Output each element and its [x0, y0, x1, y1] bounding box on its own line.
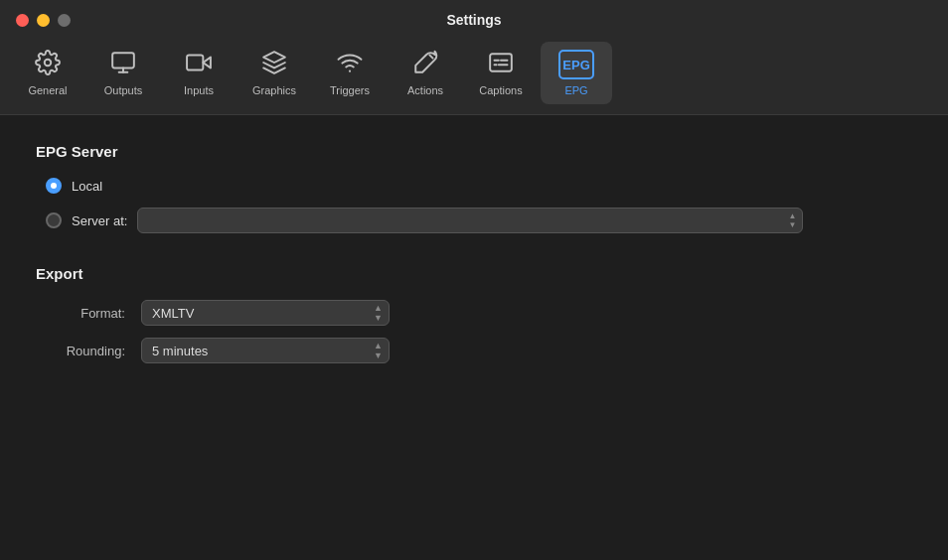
gear-icon [35, 50, 61, 79]
radio-server[interactable] [46, 212, 62, 228]
tab-outputs-label: Outputs [104, 84, 143, 96]
svg-rect-8 [490, 54, 512, 70]
traffic-lights [16, 14, 71, 27]
minimize-button[interactable] [37, 14, 50, 27]
tab-general-label: General [28, 84, 67, 96]
stepper-down-icon[interactable]: ▼ [788, 221, 796, 229]
tab-triggers[interactable]: Triggers [314, 42, 386, 104]
captions-icon [488, 50, 514, 79]
radio-group: Local Server at: ▲ ▼ [46, 178, 912, 233]
tab-general[interactable]: General [12, 42, 83, 104]
tab-inputs[interactable]: Inputs [163, 42, 235, 104]
tab-actions-label: Actions [407, 84, 443, 96]
rounding-label: Rounding: [46, 344, 125, 358]
svg-point-0 [45, 60, 52, 67]
rounding-row: Rounding: 5 minutes ▲ ▼ [46, 338, 912, 363]
radio-local-row[interactable]: Local [46, 178, 912, 194]
maximize-button[interactable] [58, 14, 71, 27]
paintbrush-icon [412, 50, 438, 79]
epg-server-section-title: EPG Server [36, 143, 912, 160]
tab-captions-label: Captions [479, 84, 522, 96]
epg-icon: EPG [558, 50, 594, 79]
format-value: XMLTV [152, 306, 194, 321]
epg-icon-box: EPG [558, 50, 594, 79]
radio-server-row[interactable]: Server at: ▲ ▼ [46, 208, 912, 233]
svg-line-7 [429, 55, 432, 58]
svg-point-6 [349, 70, 351, 72]
svg-rect-1 [112, 53, 134, 68]
format-arrow-down-icon: ▼ [374, 314, 383, 323]
close-button[interactable] [16, 14, 29, 27]
format-label: Format: [46, 306, 125, 321]
server-url-input[interactable]: ▲ ▼ [137, 208, 803, 233]
tab-epg[interactable]: EPG EPG [541, 42, 612, 104]
format-select-arrows: ▲ ▼ [374, 304, 383, 323]
rounding-select-arrows: ▲ ▼ [374, 342, 383, 360]
radio-server-label: Server at: [72, 213, 127, 228]
export-section: Export Format: XMLTV ▲ ▼ Rounding: 5 min… [36, 265, 912, 363]
content-area: EPG Server Local Server at: ▲ ▼ Export F… [0, 115, 948, 403]
titlebar: Settings [0, 0, 948, 36]
toolbar: General Outputs Inputs [0, 36, 948, 115]
export-section-title: Export [36, 265, 912, 282]
rounding-arrow-up-icon: ▲ [374, 342, 383, 350]
format-arrow-up-icon: ▲ [374, 304, 383, 313]
tab-inputs-label: Inputs [184, 84, 214, 96]
format-select[interactable]: XMLTV ▲ ▼ [141, 300, 390, 326]
rounding-select[interactable]: 5 minutes ▲ ▼ [141, 338, 390, 363]
tab-actions[interactable]: Actions [390, 42, 461, 104]
tab-epg-label: EPG [564, 84, 587, 96]
rounding-arrow-down-icon: ▼ [374, 351, 383, 360]
tab-captions[interactable]: Captions [465, 42, 537, 104]
radio-local[interactable] [46, 178, 62, 194]
layers-icon [261, 50, 287, 79]
tab-outputs[interactable]: Outputs [87, 42, 159, 104]
monitor-icon [110, 50, 136, 79]
rounding-value: 5 minutes [152, 344, 208, 358]
tab-triggers-label: Triggers [330, 84, 370, 96]
server-stepper[interactable]: ▲ ▼ [788, 212, 796, 229]
format-row: Format: XMLTV ▲ ▼ [46, 300, 912, 326]
window-title: Settings [446, 12, 501, 28]
wifi-icon [337, 50, 363, 79]
camera-icon [186, 50, 212, 79]
stepper-up-icon[interactable]: ▲ [788, 212, 796, 220]
svg-rect-4 [187, 55, 203, 70]
tab-graphics[interactable]: Graphics [238, 42, 310, 104]
svg-marker-5 [263, 52, 285, 63]
tab-graphics-label: Graphics [252, 84, 296, 96]
radio-local-label: Local [72, 179, 102, 194]
